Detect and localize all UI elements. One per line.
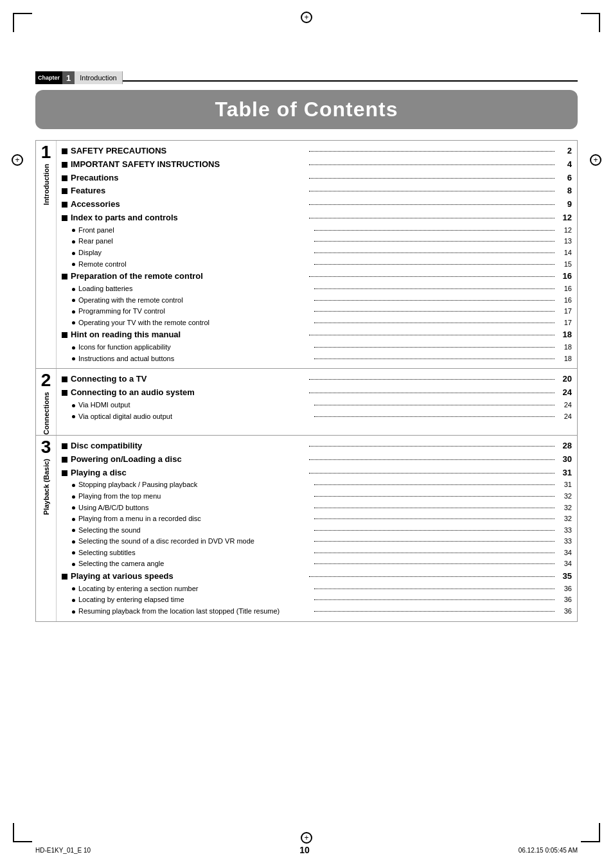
toc-title: Table of Contents xyxy=(48,98,565,121)
main-content: Table of Contents 1IntroductionSAFETY PR… xyxy=(35,90,578,817)
toc-dots xyxy=(309,276,555,277)
toc-dots xyxy=(314,347,555,348)
toc-entry: Connecting to an audio system24 xyxy=(62,386,572,400)
square-bullet-icon xyxy=(62,376,67,382)
toc-page-number: 18 xyxy=(556,342,572,353)
toc-dots xyxy=(314,518,555,519)
toc-entry: Remote control15 xyxy=(62,259,572,270)
chapter-divider xyxy=(123,80,578,82)
toc-entry: Selecting the camera angle34 xyxy=(62,558,572,570)
toc-page-number: 36 xyxy=(556,594,572,606)
toc-entry-title: Remote control xyxy=(72,259,313,270)
toc-section-3: 3Playback (Basic)Disc compatibility28Pow… xyxy=(35,435,578,622)
toc-entry: Display14 xyxy=(62,247,572,259)
toc-entry-title: Locating by entering elapsed time xyxy=(72,594,313,606)
toc-dots xyxy=(314,508,555,508)
circle-bullet-icon xyxy=(72,357,75,360)
toc-entry: Instructions and actual buttons18 xyxy=(62,353,572,365)
toc-page-number: 13 xyxy=(556,236,572,247)
toc-entry: Programming for TV control17 xyxy=(62,306,572,317)
page-number: 10 xyxy=(299,845,310,855)
square-bullet-icon xyxy=(62,457,67,463)
toc-page-number: 17 xyxy=(556,317,572,329)
toc-entry-title: Rear panel xyxy=(72,236,313,247)
toc-entry-title: Connecting to an audio system xyxy=(62,386,308,400)
page-footer: HD-E1KY_01_E 10 10 06.12.15 0:05:45 AM xyxy=(35,845,578,855)
toc-page-number: 31 xyxy=(556,466,572,480)
toc-entry: Loading batteries16 xyxy=(62,283,572,295)
square-bullet-icon xyxy=(62,274,67,279)
toc-entry: Via HDMI output24 xyxy=(62,400,572,411)
toc-page-number: 35 xyxy=(556,570,572,583)
circle-bullet-icon xyxy=(72,252,75,255)
toc-entry-title: Icons for function applicability xyxy=(72,342,313,353)
toc-dots xyxy=(314,264,555,265)
toc-page-number: 15 xyxy=(556,259,572,270)
toc-entry: Operating with the remote control16 xyxy=(62,295,572,306)
toc-entry: Accessories9 xyxy=(62,198,572,211)
section-sidebar-1: 1Introduction xyxy=(36,141,57,368)
toc-entry-title: Operating with the remote control xyxy=(72,295,313,306)
circle-bullet-icon xyxy=(72,299,75,302)
toc-entry-title: Selecting the sound xyxy=(72,525,313,536)
toc-dots xyxy=(314,541,555,542)
toc-page-number: 28 xyxy=(556,439,572,453)
section-number-2: 2 xyxy=(41,371,51,389)
circle-bullet-icon xyxy=(72,229,75,232)
toc-dots xyxy=(314,563,555,564)
toc-page-number: 18 xyxy=(556,353,572,365)
circle-bullet-icon xyxy=(72,540,75,544)
toc-page-number: 16 xyxy=(556,270,572,283)
square-bullet-icon xyxy=(62,574,67,580)
toc-entry: Operating your TV with the remote contro… xyxy=(62,317,572,329)
circle-bullet-icon xyxy=(72,288,75,291)
toc-page-number: 30 xyxy=(556,453,572,466)
toc-entry: Using A/B/C/D buttons32 xyxy=(62,502,572,514)
toc-entry-title: Selecting the camera angle xyxy=(72,558,313,570)
toc-entry: Stopping playback / Pausing playback31 xyxy=(62,479,572,491)
toc-entry: Features8 xyxy=(62,184,572,198)
toc-page-number: 24 xyxy=(556,386,572,400)
toc-page-number: 32 xyxy=(556,513,572,525)
toc-dots xyxy=(309,473,555,474)
toc-dots xyxy=(309,576,555,577)
toc-dots xyxy=(309,178,555,179)
registration-mark-top xyxy=(301,12,312,23)
section-content-1: SAFETY PRECAUTIONS2IMPORTANT SAFETY INST… xyxy=(57,141,577,368)
toc-page-number: 33 xyxy=(556,536,572,547)
corner-mark-br xyxy=(581,823,600,842)
toc-entry-title: Features xyxy=(62,184,308,198)
toc-page-number: 31 xyxy=(556,479,572,491)
toc-entry: Icons for function applicability18 xyxy=(62,342,572,353)
circle-bullet-icon xyxy=(72,484,75,487)
circle-bullet-icon xyxy=(72,321,75,324)
square-bullet-icon xyxy=(62,175,67,181)
circle-bullet-icon xyxy=(72,415,75,418)
toc-dots xyxy=(309,335,555,335)
square-bullet-icon xyxy=(62,215,67,221)
toc-entry: Locating by entering elapsed time36 xyxy=(62,594,572,606)
circle-bullet-icon xyxy=(72,529,75,532)
toc-entry: Selecting the sound of a disc recorded i… xyxy=(62,536,572,547)
toc-dots xyxy=(314,311,555,312)
toc-page-number: 36 xyxy=(556,606,572,617)
toc-entry-title: Precautions xyxy=(62,172,308,185)
toc-entry-title: Powering on/Loading a disc xyxy=(62,453,308,466)
section-number-3: 3 xyxy=(41,438,51,456)
square-bullet-icon xyxy=(62,443,67,449)
toc-page-number: 8 xyxy=(556,184,572,198)
circle-bullet-icon xyxy=(72,404,75,407)
chapter-header: Chapter 1 Introduction xyxy=(35,69,578,86)
corner-mark-tl xyxy=(13,13,32,32)
toc-dots xyxy=(314,288,555,289)
registration-mark-right xyxy=(590,154,601,166)
toc-entry-title: Stopping playback / Pausing playback xyxy=(72,479,313,491)
square-bullet-icon xyxy=(62,188,67,194)
circle-bullet-icon xyxy=(72,240,75,244)
toc-dots xyxy=(314,484,555,485)
toc-entry-title: IMPORTANT SAFETY INSTRUCTIONS xyxy=(62,158,308,172)
circle-bullet-icon xyxy=(72,310,75,314)
toc-page-number: 34 xyxy=(556,547,572,559)
toc-entry-title: Loading batteries xyxy=(72,283,313,295)
toc-page-number: 12 xyxy=(556,211,572,225)
